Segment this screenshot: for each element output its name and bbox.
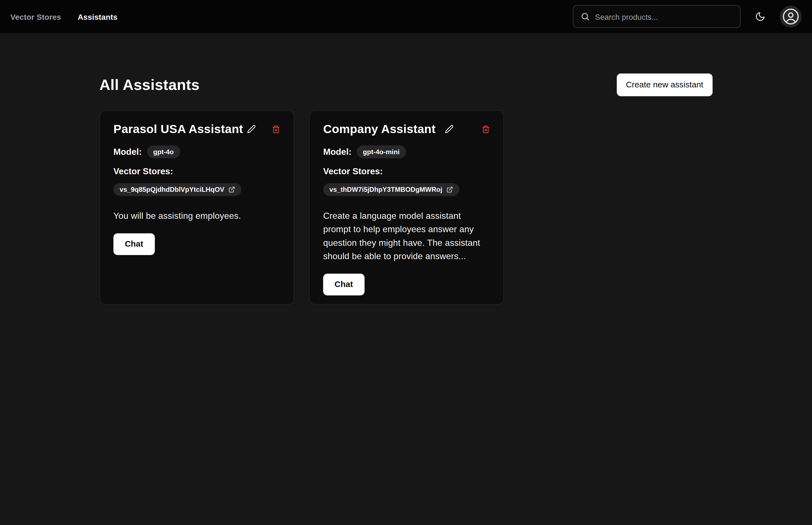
main-content: All Assistants Create new assistant Para… [0, 74, 812, 305]
model-label: Model: [113, 147, 142, 157]
search-icon [580, 12, 590, 21]
delete-assistant-button[interactable] [481, 125, 490, 133]
trash-icon [481, 125, 490, 133]
model-row: Model: gpt-4o [113, 145, 180, 158]
chat-button[interactable]: Chat [113, 233, 155, 255]
trash-icon [272, 125, 280, 133]
edit-assistant-button[interactable] [247, 125, 256, 134]
create-new-assistant-button[interactable]: Create new assistant [617, 74, 713, 96]
nav-link-vector-stores[interactable]: Vector Stores [10, 12, 61, 21]
assistant-name: Company Assistant [323, 122, 436, 136]
model-row: Model: gpt-4o-mini [323, 145, 406, 158]
assistant-card: Parasol USA Assistant [100, 110, 294, 305]
moon-icon [755, 11, 766, 22]
pencil-icon [445, 125, 454, 134]
external-link-icon [229, 186, 235, 193]
card-title-row: Company Assistant [323, 122, 490, 136]
user-avatar-button[interactable] [780, 5, 802, 27]
pencil-icon [247, 125, 256, 134]
assistant-description: You will be assisting employees. [113, 210, 241, 223]
vector-store-id: vs_thDW7i5jDhpY3TMBODgMWRoj [329, 186, 442, 193]
vector-store-badge[interactable]: vs_9q85pQjdhdDblVpYtciLHqOV [113, 183, 242, 196]
chat-button[interactable]: Chat [323, 274, 364, 295]
assistant-card-list: Parasol USA Assistant [100, 110, 712, 305]
top-navbar: Vector Stores Assistants [0, 0, 812, 33]
navbar-right-group [572, 5, 801, 28]
vector-store-id: vs_9q85pQjdhdDblVpYtciLHqOV [119, 186, 224, 193]
assistant-name: Parasol USA Assistant [113, 122, 243, 136]
page-title: All Assistants [100, 76, 200, 93]
external-link-icon [446, 186, 453, 193]
search-input[interactable] [595, 12, 733, 21]
edit-assistant-button[interactable] [445, 125, 454, 134]
model-badge: gpt-4o-mini [357, 145, 406, 158]
app-window: Vector Stores Assistants [0, 0, 812, 525]
nav-link-assistants[interactable]: Assistants [78, 12, 118, 21]
search-box[interactable] [572, 5, 740, 28]
model-badge: gpt-4o [147, 145, 180, 158]
dark-mode-toggle[interactable] [755, 11, 766, 22]
delete-assistant-button[interactable] [272, 125, 280, 133]
vector-stores-label: Vector Stores: [323, 166, 383, 177]
page-header: All Assistants Create new assistant [100, 74, 712, 96]
model-label: Model: [323, 147, 352, 157]
vector-stores-label: Vector Stores: [113, 166, 173, 177]
primary-nav: Vector Stores Assistants [10, 12, 117, 21]
assistant-card: Company Assistant [309, 110, 504, 305]
assistant-description: Create a language model assistant prompt… [323, 210, 490, 263]
card-title-row: Parasol USA Assistant [113, 122, 280, 136]
user-avatar-icon [782, 8, 799, 25]
vector-store-badge[interactable]: vs_thDW7i5jDhpY3TMBODgMWRoj [323, 183, 460, 196]
